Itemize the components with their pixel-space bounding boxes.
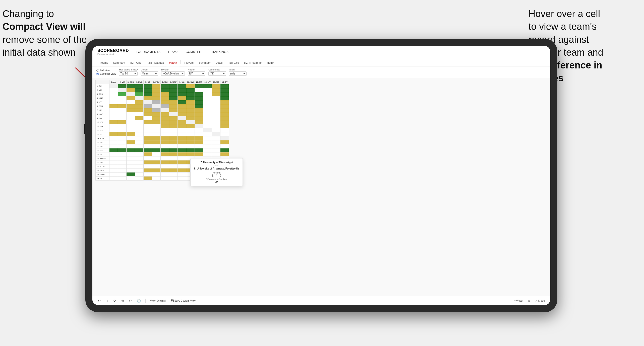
matrix-cell[interactable] — [118, 156, 127, 160]
matrix-cell[interactable] — [144, 84, 152, 88]
matrix-cell[interactable] — [109, 104, 118, 108]
matrix-cell[interactable] — [178, 100, 186, 104]
devices-button[interactable]: ⊞ — [527, 299, 532, 303]
matrix-cell[interactable] — [195, 88, 203, 92]
matrix-cell[interactable] — [109, 156, 118, 160]
watch-button[interactable]: 👁 Watch — [511, 299, 525, 303]
matrix-cell[interactable] — [169, 172, 178, 177]
matrix-cell[interactable] — [169, 136, 178, 140]
matrix-cell[interactable] — [203, 108, 212, 112]
matrix-cell[interactable] — [135, 168, 144, 172]
matrix-cell[interactable] — [178, 177, 186, 181]
matrix-cell[interactable] — [203, 120, 212, 124]
matrix-cell[interactable] — [178, 92, 186, 96]
matrix-cell[interactable] — [186, 132, 195, 136]
matrix-cell[interactable] — [161, 120, 169, 124]
matrix-cell[interactable] — [135, 164, 144, 168]
matrix-cell[interactable] — [135, 108, 144, 112]
conference-select[interactable]: (All) — [208, 71, 226, 76]
matrix-cell[interactable] — [127, 120, 135, 124]
matrix-cell[interactable] — [109, 177, 118, 181]
matrix-cell[interactable] — [220, 124, 229, 128]
matrix-cell[interactable] — [169, 144, 178, 148]
matrix-cell[interactable] — [203, 140, 212, 144]
matrix-cell[interactable] — [203, 148, 212, 152]
matrix-cell[interactable] — [161, 136, 169, 140]
matrix-cell[interactable] — [118, 116, 127, 120]
matrix-cell[interactable] — [212, 96, 220, 100]
matrix-cell[interactable] — [144, 128, 152, 132]
matrix-cell[interactable] — [135, 152, 144, 156]
matrix-cell[interactable] — [135, 144, 144, 148]
matrix-cell[interactable] — [186, 148, 195, 152]
matrix-cell[interactable] — [144, 136, 152, 140]
tab-detail[interactable]: Detail — [213, 61, 225, 66]
tab-matrix-left[interactable]: Matrix — [166, 61, 180, 66]
tab-h2h-grid-left[interactable]: H2H Grid — [127, 61, 144, 66]
matrix-cell[interactable] — [152, 120, 161, 124]
matrix-cell[interactable] — [212, 120, 220, 124]
matrix-cell[interactable] — [135, 88, 144, 92]
matrix-cell[interactable] — [152, 144, 161, 148]
matrix-cell[interactable] — [135, 128, 144, 132]
division-select[interactable]: NCAA Division I — [161, 71, 185, 76]
matrix-cell[interactable] — [178, 132, 186, 136]
matrix-cell[interactable] — [161, 116, 169, 120]
matrix-cell[interactable] — [135, 172, 144, 177]
matrix-cell[interactable] — [109, 112, 118, 116]
matrix-cell[interactable] — [169, 120, 178, 124]
matrix-cell[interactable] — [109, 160, 118, 164]
matrix-cell[interactable] — [152, 108, 161, 112]
matrix-cell[interactable] — [127, 144, 135, 148]
matrix-cell[interactable] — [178, 116, 186, 120]
matrix-cell[interactable] — [178, 112, 186, 116]
full-view-radio[interactable]: Full View — [96, 69, 116, 72]
matrix-cell[interactable] — [203, 136, 212, 140]
region-select[interactable]: N/A — [188, 71, 205, 76]
matrix-cell[interactable] — [212, 108, 220, 112]
matrix-cell[interactable] — [212, 144, 220, 148]
tab-h2h-heatmap-left[interactable]: H2H Heatmap — [144, 61, 166, 66]
matrix-cell[interactable] — [178, 104, 186, 108]
tab-h2h-grid-right[interactable]: H2H Grid — [225, 61, 242, 66]
matrix-cell[interactable] — [203, 88, 212, 92]
matrix-cell[interactable] — [152, 177, 161, 181]
matrix-cell[interactable] — [178, 144, 186, 148]
matrix-cell[interactable] — [195, 92, 203, 96]
matrix-cell[interactable] — [169, 124, 178, 128]
matrix-cell[interactable] — [178, 164, 186, 168]
matrix-cell[interactable] — [178, 88, 186, 92]
matrix-cell[interactable] — [109, 96, 118, 100]
matrix-cell[interactable] — [144, 152, 152, 156]
matrix-cell[interactable] — [118, 148, 127, 152]
matrix-cell[interactable] — [109, 172, 118, 177]
matrix-cell[interactable] — [118, 164, 127, 168]
matrix-cell[interactable] — [118, 140, 127, 144]
matrix-cell[interactable] — [152, 88, 161, 92]
matrix-cell[interactable] — [186, 152, 195, 156]
matrix-cell[interactable] — [152, 112, 161, 116]
matrix-cell[interactable] — [186, 100, 195, 104]
matrix-cell[interactable] — [135, 104, 144, 108]
matrix-cell[interactable] — [161, 140, 169, 144]
matrix-cell[interactable] — [135, 112, 144, 116]
matrix-cell[interactable] — [161, 148, 169, 152]
matrix-cell[interactable] — [127, 148, 135, 152]
matrix-cell[interactable] — [118, 152, 127, 156]
matrix-cell[interactable] — [195, 132, 203, 136]
matrix-cell[interactable] — [178, 148, 186, 152]
matrix-cell[interactable] — [118, 120, 127, 124]
matrix-cell[interactable] — [135, 156, 144, 160]
matrix-cell[interactable] — [135, 136, 144, 140]
matrix-cell[interactable] — [109, 132, 118, 136]
matrix-cell[interactable] — [161, 112, 169, 116]
matrix-cell[interactable] — [152, 156, 161, 160]
tab-h2h-heatmap-right[interactable]: H2H Heatmap — [242, 61, 264, 66]
matrix-cell[interactable] — [220, 88, 229, 92]
matrix-cell[interactable] — [135, 160, 144, 164]
matrix-cell[interactable] — [195, 100, 203, 104]
matrix-cell[interactable] — [127, 164, 135, 168]
matrix-cell[interactable] — [203, 152, 212, 156]
matrix-cell[interactable] — [195, 136, 203, 140]
matrix-cell[interactable] — [144, 148, 152, 152]
